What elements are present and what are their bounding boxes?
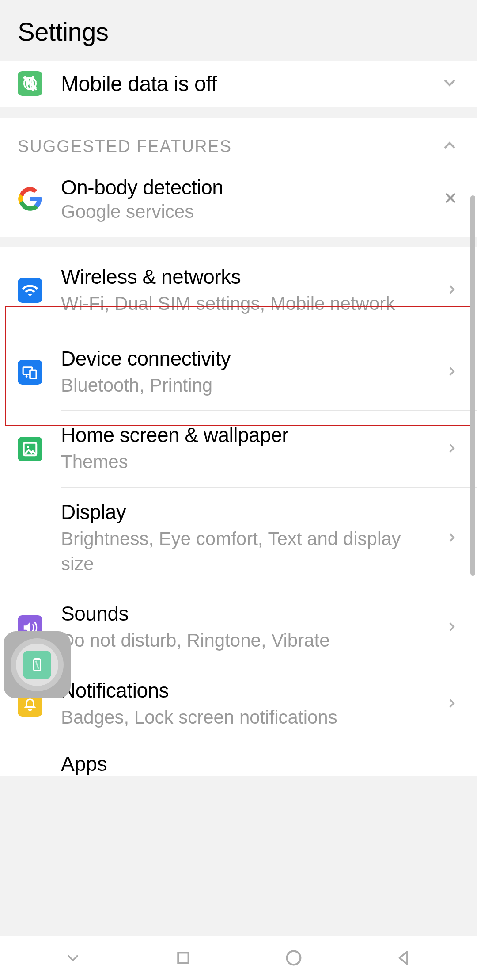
item-home-wallpaper[interactable]: Home screen & wallpaper Themes <box>0 411 477 487</box>
item-wireless-networks[interactable]: Wireless & networks Wi-Fi, Dual SIM sett… <box>0 247 477 334</box>
item-desc: Themes <box>61 450 426 475</box>
assistive-touch-button[interactable] <box>4 631 71 698</box>
scrollbar[interactable] <box>470 195 475 576</box>
section-header-label: SUGGESTED FEATURES <box>18 137 440 156</box>
chevron-right-icon <box>444 696 459 713</box>
item-apps-cutoff[interactable]: Apps <box>0 743 477 776</box>
svg-rect-5 <box>30 370 36 378</box>
item-desc: Bluetooth, Printing <box>61 373 426 398</box>
item-desc: Brightness, Eye comfort, Text and displa… <box>61 526 426 576</box>
item-title: Home screen & wallpaper <box>61 423 426 447</box>
item-desc: Do not disturb, Ringtone, Vibrate <box>61 628 426 653</box>
mobile-data-status-card[interactable]: Mobile data is off <box>0 61 477 107</box>
nav-hide-keyboard[interactable] <box>46 945 99 971</box>
settings-list: Wireless & networks Wi-Fi, Dual SIM sett… <box>0 247 477 743</box>
item-display[interactable]: Display Brightness, Eye comfort, Text an… <box>0 488 477 589</box>
item-title: Device connectivity <box>61 347 426 370</box>
svg-point-9 <box>27 446 29 448</box>
nav-bar <box>0 936 477 980</box>
header: Settings <box>0 0 477 61</box>
chevron-down-icon <box>440 73 459 94</box>
page-title: Settings <box>18 17 459 46</box>
suggested-item-desc: Google services <box>61 201 423 222</box>
item-title: Notifications <box>61 679 426 702</box>
chevron-up-icon <box>440 136 459 157</box>
item-notifications[interactable]: Notifications Badges, Lock screen notifi… <box>0 666 477 743</box>
item-title: Sounds <box>61 602 426 625</box>
close-icon[interactable] <box>442 189 459 209</box>
suggested-features-header[interactable]: SUGGESTED FEATURES <box>0 118 477 165</box>
suggested-item-onbody[interactable]: On-body detection Google services <box>0 165 477 237</box>
google-icon <box>18 187 42 211</box>
chevron-right-icon <box>444 364 459 381</box>
chevron-right-icon <box>444 619 459 636</box>
wallpaper-icon <box>18 437 42 461</box>
wifi-icon <box>18 278 42 303</box>
suggested-item-title: On-body detection <box>61 175 423 199</box>
svg-rect-10 <box>27 532 34 544</box>
nav-recent[interactable] <box>157 945 210 971</box>
chevron-right-icon <box>444 282 459 299</box>
devices-icon <box>18 360 42 385</box>
nav-back[interactable] <box>378 945 431 971</box>
item-sounds[interactable]: Sounds Do not disturb, Ringtone, Vibrate <box>0 589 477 666</box>
chevron-right-icon <box>444 441 459 458</box>
mobile-data-off-icon <box>18 71 42 96</box>
suggested-features-section: SUGGESTED FEATURES On-body detection Goo… <box>0 118 477 237</box>
item-device-connectivity[interactable]: Device connectivity Bluetooth, Printing <box>0 334 477 411</box>
svg-point-13 <box>287 951 301 965</box>
item-title: Display <box>61 500 426 524</box>
mobile-data-status-label: Mobile data is off <box>61 72 421 96</box>
nav-home[interactable] <box>267 945 320 971</box>
item-desc: Wi-Fi, Dual SIM settings, Mobile network <box>61 291 426 316</box>
item-title: Wireless & networks <box>61 265 426 289</box>
chevron-right-icon <box>444 530 459 547</box>
item-desc: Badges, Lock screen notifications <box>61 705 426 730</box>
svg-rect-12 <box>178 953 188 963</box>
